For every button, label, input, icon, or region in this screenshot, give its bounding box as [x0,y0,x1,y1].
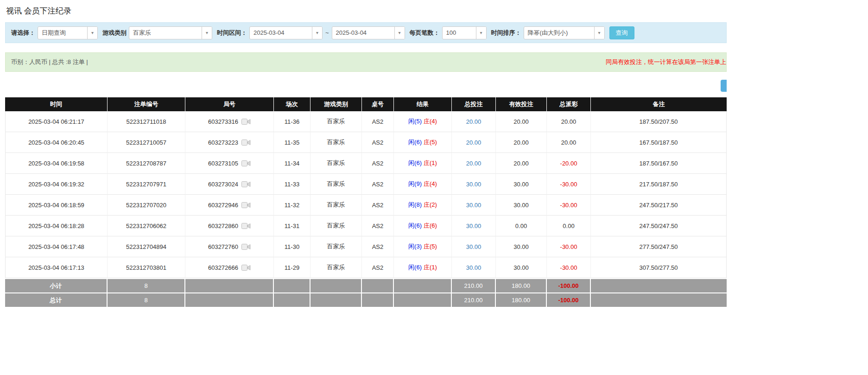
cell-table-no: AS2 [362,195,394,216]
cell-round: 603272760 [185,236,274,257]
round-number: 603273105 [208,160,238,167]
cell-round: 603273316 [185,111,274,132]
cell-remark: 167.50/187.50 [591,132,727,153]
page-size-label: 每页笔数： [410,29,440,37]
cell-total-bet[interactable]: 30.00 [452,216,496,236]
cell-game: 百家乐 [310,236,362,257]
cell-table-no: AS2 [362,216,394,236]
video-icon[interactable] [241,181,251,188]
result-banker: 庄(4) [424,180,437,187]
query-button[interactable]: 查询 [609,26,634,39]
date-to-value: 2025-03-04 [332,29,394,36]
date-to-select[interactable]: 2025-03-04 ▾ [332,26,405,39]
cell-total-bet[interactable]: 30.00 [452,195,496,216]
header-game: 游戏类别 [310,97,362,111]
result-banker: 庄(1) [424,264,437,271]
video-icon[interactable] [241,139,251,146]
cell-result: 闲(3)庄(5) [394,236,452,257]
video-icon[interactable] [241,243,251,250]
subtotal-payout: -100.00 [547,278,591,292]
range-tilde: ~ [325,29,329,36]
header-remark: 备注 [591,97,727,111]
cell-valid-bet: 30.00 [496,195,547,216]
cell-payout: -30.00 [547,195,591,216]
cell-round: 603272666 [185,257,274,278]
cell-remark: 277.50/247.50 [591,236,727,257]
table-row: 2025-03-04 06:20:45 522312710057 6032732… [5,132,727,153]
cell-payout: -20.00 [547,153,591,174]
subtotal-valid-bet: 180.00 [496,278,547,292]
date-type-select[interactable]: 日期查询 ▾ [38,26,98,39]
time-sort-value: 降幂(由大到小) [524,29,594,37]
cell-session: 11-36 [274,111,310,132]
chevron-down-icon: ▾ [476,27,486,39]
page-size-select[interactable]: 100 ▾ [442,26,487,39]
cell-time: 2025-03-04 06:19:58 [5,153,108,174]
cell-valid-bet: 30.00 [496,236,547,257]
chevron-down-icon: ▾ [312,27,322,39]
video-icon[interactable] [241,202,251,209]
result-player: 闲(9) [408,180,422,187]
subtotal-count: 8 [108,278,185,292]
summary-bar: 币别：人民币 | 总共 :8 注单 | 同局有效投注，统一计算在该局第一张注单上 [5,52,727,72]
total-payout: -100.00 [547,292,591,307]
cell-session: 11-33 [274,174,310,195]
video-icon[interactable] [241,264,251,271]
cell-bet-id: 522312708787 [108,153,185,174]
cell-total-bet[interactable]: 20.00 [452,132,496,153]
time-sort-label: 时间排序： [491,29,521,37]
table-row: 2025-03-04 06:21:17 522312711018 6032733… [5,111,727,132]
cell-total-bet[interactable]: 30.00 [452,236,496,257]
page-container: 视讯 会员下注纪录 请选择： 日期查询 ▾ 游戏类别 百家乐 ▾ 时间区间： 2… [5,0,727,307]
cell-round: 603273223 [185,132,274,153]
cell-table-no: AS2 [362,153,394,174]
result-player: 闲(6) [408,139,422,146]
video-icon[interactable] [241,160,251,167]
cell-total-bet[interactable]: 30.00 [452,174,496,195]
cell-remark: 307.50/277.50 [591,257,727,278]
date-from-value: 2025-03-04 [250,29,312,36]
cell-time: 2025-03-04 06:17:48 [5,236,108,257]
video-icon[interactable] [241,118,251,125]
time-sort-select[interactable]: 降幂(由大到小) ▾ [524,26,605,39]
subtotal-total-bet: 210.00 [452,278,496,292]
cell-total-bet[interactable]: 20.00 [452,153,496,174]
result-banker: 庄(4) [424,118,437,125]
cell-total-bet[interactable]: 30.00 [452,257,496,278]
result-banker: 庄(5) [424,243,437,250]
cell-result: 闲(6)庄(1) [394,153,452,174]
date-from-select[interactable]: 2025-03-04 ▾ [249,26,323,39]
header-total-bet: 总投注 [452,97,496,111]
subtotal-empty [310,278,362,292]
cell-valid-bet: 30.00 [496,174,547,195]
cell-game: 百家乐 [310,153,362,174]
cell-bet-id: 522312703801 [108,257,185,278]
partial-edge-button[interactable] [721,80,727,92]
cell-valid-bet: 0.00 [496,216,547,236]
total-row: 总计 8 210.00 180.00 -100.00 [5,292,727,307]
result-player: 闲(8) [408,201,422,208]
cell-total-bet[interactable]: 20.00 [452,111,496,132]
round-number: 603272666 [208,264,238,271]
cell-result: 闲(8)庄(2) [394,195,452,216]
cell-session: 11-30 [274,236,310,257]
video-icon[interactable] [241,222,251,229]
cell-game: 百家乐 [310,257,362,278]
cell-remark: 187.50/207.50 [591,111,727,132]
table-row: 2025-03-04 06:19:32 522312707971 6032730… [5,174,727,195]
round-number: 603273024 [208,181,238,188]
table-header-row: 时间 注单编号 局号 场次 游戏类别 桌号 结果 总投注 有效投注 总派彩 备注 [5,97,727,111]
subtotal-empty [274,278,310,292]
cell-result: 闲(6)庄(5) [394,132,452,153]
cell-time: 2025-03-04 06:18:28 [5,216,108,236]
game-type-select[interactable]: 百家乐 ▾ [129,26,212,39]
subtotal-empty [591,278,727,292]
cell-remark: 247.50/247.50 [591,216,727,236]
result-player: 闲(6) [408,222,422,229]
cell-table-no: AS2 [362,257,394,278]
subtotal-empty [394,278,452,292]
page-size-value: 100 [443,29,476,36]
cell-result: 闲(6)庄(6) [394,216,452,236]
result-banker: 庄(2) [424,201,437,208]
cell-bet-id: 522312706062 [108,216,185,236]
